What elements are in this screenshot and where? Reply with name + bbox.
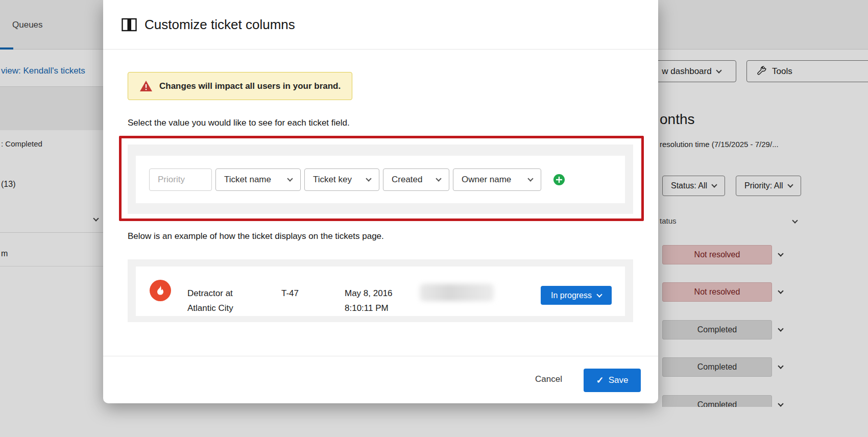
ticket-status-label: In progress bbox=[551, 291, 592, 300]
ticket-created-time: 8:10:11 PM bbox=[345, 301, 393, 315]
example-ticket-row: Detractor at Atlantic City T-47 May 8, 2… bbox=[136, 266, 625, 316]
warning-banner: Changes will impact all users in your br… bbox=[128, 72, 352, 100]
column-picker-label: Priority bbox=[158, 175, 185, 185]
column-picker-owner-name[interactable]: Owner name bbox=[453, 168, 541, 191]
column-picker-row: Priority Ticket name Ticket key Created … bbox=[136, 156, 625, 203]
chevron-down-icon bbox=[527, 176, 533, 181]
chevron-down-icon bbox=[366, 176, 371, 181]
add-column-button[interactable] bbox=[553, 174, 565, 186]
modal-header: Customize ticket columns bbox=[103, 0, 658, 50]
save-button[interactable]: ✓ Save bbox=[584, 369, 641, 392]
chevron-down-icon bbox=[596, 292, 602, 297]
column-picker-panel: Priority Ticket name Ticket key Created … bbox=[128, 144, 633, 214]
priority-flame-icon bbox=[150, 280, 171, 301]
instruction-text: Select the value you would like to see f… bbox=[128, 118, 350, 128]
example-ticket-key: T-47 bbox=[281, 288, 299, 299]
divider bbox=[103, 356, 658, 356]
column-picker-label: Owner name bbox=[462, 175, 511, 185]
check-icon: ✓ bbox=[596, 375, 604, 386]
columns-icon bbox=[122, 18, 137, 32]
column-picker-ticket-name[interactable]: Ticket name bbox=[215, 168, 301, 191]
screen: Queues view: Kendall's tickets : Complet… bbox=[0, 0, 868, 437]
ticket-name-line1: Detractor at bbox=[187, 286, 233, 301]
example-ticket-panel: Detractor at Atlantic City T-47 May 8, 2… bbox=[128, 259, 633, 322]
example-ticket-name: Detractor at Atlantic City bbox=[187, 286, 233, 315]
column-picker-priority[interactable]: Priority bbox=[149, 168, 212, 191]
chevron-down-icon bbox=[287, 176, 293, 181]
column-picker-label: Ticket name bbox=[224, 175, 271, 185]
example-caption: Below is an example of how the ticket di… bbox=[128, 231, 384, 241]
save-button-label: Save bbox=[609, 375, 629, 385]
column-picker-created[interactable]: Created bbox=[383, 168, 449, 191]
ticket-status-dropdown[interactable]: In progress bbox=[541, 286, 612, 305]
cancel-button[interactable]: Cancel bbox=[535, 374, 562, 384]
chevron-down-icon bbox=[436, 176, 441, 181]
warning-text: Changes will impact all users in your br… bbox=[159, 81, 341, 91]
warning-icon bbox=[139, 80, 153, 92]
ticket-created-date: May 8, 2016 bbox=[345, 286, 393, 301]
column-picker-label: Created bbox=[392, 175, 422, 185]
modal-title: Customize ticket columns bbox=[144, 17, 295, 33]
ticket-name-line2: Atlantic City bbox=[187, 301, 233, 315]
column-picker-label: Ticket key bbox=[313, 175, 352, 185]
customize-columns-modal: Customize ticket columns Changes will im… bbox=[103, 0, 658, 403]
example-ticket-created: May 8, 2016 8:10:11 PM bbox=[345, 286, 393, 315]
redacted-owner-name bbox=[420, 284, 494, 301]
column-picker-ticket-key[interactable]: Ticket key bbox=[304, 168, 379, 191]
